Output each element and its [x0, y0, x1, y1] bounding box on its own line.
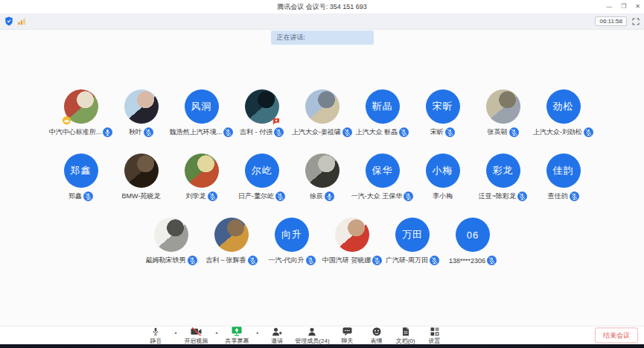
participant-name: 广汽研-周万田 — [386, 256, 428, 265]
caret-up-icon[interactable]: ▲ — [255, 330, 259, 335]
participant-avatar[interactable] — [305, 154, 339, 188]
participant-name: 李小梅 — [433, 192, 453, 201]
participant-name: 中汽中心标准所... — [49, 127, 102, 137]
participant-avatar[interactable]: 佳韵 — [546, 154, 581, 188]
participant-avatar[interactable]: 尔屹 — [245, 154, 279, 188]
participant-grid: 中汽中心标准所...秋叶风洞魏浩然上汽环境...吉利 - 付强上汽大众-姜祖啸靳… — [0, 30, 644, 265]
caret-up-icon[interactable]: ▲ — [214, 330, 218, 335]
minimize-button[interactable]: — — [606, 4, 612, 10]
participant-avatar[interactable] — [335, 218, 369, 252]
caret-up-icon[interactable]: ▲ — [173, 330, 177, 335]
participant-avatar[interactable] — [245, 89, 279, 124]
end-meeting-button[interactable]: 结束会议 — [595, 328, 638, 344]
mic-muted-icon — [399, 127, 409, 137]
avatar-initials: 彩龙 — [493, 164, 514, 177]
participant-name-row: 张英朝 — [488, 127, 519, 137]
toolbar-share-screen-button[interactable]: 共享屏幕 — [225, 327, 249, 345]
fullscreen-button[interactable] — [632, 18, 640, 25]
participant-name-row: 上汽大众-姜祖啸 — [292, 127, 352, 137]
participant-name-row: 宋昕 — [430, 127, 455, 137]
participant-avatar[interactable] — [214, 218, 249, 252]
maximize-button[interactable]: ❐ — [621, 4, 626, 10]
toolbar-settings-button[interactable]: 设置 — [424, 327, 446, 345]
participant-row: 中汽中心标准所...秋叶风洞魏浩然上汽环境...吉利 - 付强上汽大众-姜祖啸靳… — [51, 89, 593, 137]
participant-row: 戴姆勒宋轶男吉利～张辉香向升一汽-代向升中国汽研 贺晓娜万田广汽研-周万田061… — [141, 218, 503, 265]
participant-avatar[interactable] — [124, 154, 159, 188]
participant-tile: 06138****2306 — [443, 218, 503, 265]
close-button[interactable]: ✕ — [635, 4, 640, 10]
chat-icon — [342, 327, 352, 336]
participant-name-row: 一汽-大众 王保华 — [351, 192, 414, 201]
participant-avatar[interactable] — [185, 154, 219, 188]
participant-tile: BMW-苑晓龙 — [111, 154, 171, 201]
participant-avatar[interactable]: 万田 — [395, 218, 430, 252]
participant-name-row: 吉利 - 付强 — [240, 127, 284, 137]
participant-name: 吉利～张辉香 — [206, 256, 246, 265]
participant-name: 一汽-代向升 — [269, 256, 305, 265]
shield-icon[interactable] — [4, 16, 13, 26]
mic-icon — [152, 327, 159, 336]
toolbar-invite-button[interactable]: 邀请 — [266, 327, 288, 345]
participant-name: 郑鑫 — [68, 192, 82, 201]
participant-avatar[interactable] — [64, 89, 98, 124]
participant-avatar[interactable]: 06 — [456, 218, 490, 252]
participant-avatar[interactable]: 劲松 — [546, 89, 581, 124]
toolbar-emoji-button[interactable]: 表情 — [366, 327, 388, 345]
participant-avatar[interactable] — [154, 218, 188, 252]
participant-name-row: 李小梅 — [433, 192, 453, 201]
document-icon — [402, 327, 409, 336]
toolbar-docs-button[interactable]: 文档(0) — [395, 327, 417, 345]
participant-name: 中国汽研 贺晓娜 — [322, 256, 372, 265]
participant-name: 吉利 - 付强 — [240, 127, 272, 137]
network-signal-icon[interactable] — [17, 17, 26, 25]
mic-muted-icon — [274, 127, 284, 137]
avatar-initials: 小梅 — [433, 164, 453, 177]
participant-avatar[interactable]: 宋昕 — [426, 89, 460, 124]
mic-muted-icon — [306, 256, 316, 265]
participant-name-row: 郑鑫 — [68, 192, 93, 201]
participant-avatar[interactable]: 保华 — [366, 154, 400, 188]
toolbar-members-button[interactable]: 管理成员(24) — [295, 327, 329, 345]
participant-name-row: 刘学龙 — [186, 192, 217, 201]
participant-tile: 吉利 - 付强 — [232, 89, 292, 137]
toolbar: 静音▲开启视频▲共享屏幕▲邀请管理成员(24)聊天表情文档(0)设置 结束会议 — [0, 326, 644, 344]
window-titlebar: 腾讯会议 会议号: 354 151 693 — ❐ ✕ — [0, 0, 644, 13]
participant-avatar[interactable]: 风洞 — [185, 89, 219, 124]
participant-name-row: 一汽-代向升 — [269, 256, 316, 265]
avatar-initials: 06 — [467, 230, 479, 241]
participant-tile: 万田广汽研-周万田 — [383, 218, 443, 265]
invite-icon — [272, 327, 282, 336]
toolbar-mute-button[interactable]: 静音 — [144, 327, 167, 345]
participant-avatar[interactable]: 小梅 — [426, 154, 460, 188]
participant-name-row: 中汽中心标准所... — [49, 127, 113, 137]
participant-avatar[interactable]: 郑鑫 — [64, 154, 98, 188]
participant-name: 徐辰 — [310, 192, 323, 201]
expand-icon — [632, 18, 640, 25]
avatar-initials: 保华 — [372, 164, 393, 177]
participant-avatar[interactable]: 靳晶 — [366, 89, 400, 124]
avatar-flag-icon — [272, 116, 280, 124]
participant-avatar[interactable] — [124, 89, 159, 124]
toolbar-camera-button[interactable]: 开启视频 — [184, 327, 208, 345]
toolbar-chat-button[interactable]: 聊天 — [337, 327, 359, 345]
participant-name-row: 徐辰 — [310, 192, 334, 201]
participant-tile: 戴姆勒宋轶男 — [141, 218, 202, 265]
participant-avatar[interactable]: 彩龙 — [486, 154, 520, 188]
participant-avatar[interactable] — [305, 89, 339, 124]
mic-muted-icon — [509, 127, 519, 137]
participant-name: 一汽-大众 王保华 — [351, 192, 403, 201]
participant-avatar[interactable] — [486, 89, 520, 124]
mic-muted-icon — [188, 256, 197, 265]
participant-avatar[interactable]: 向升 — [275, 218, 309, 252]
camera-off-icon — [191, 327, 202, 336]
participant-name-row: 戴姆勒宋轶男 — [146, 256, 197, 265]
participant-name-row: 上汽大众 靳晶 — [356, 127, 409, 137]
participant-name-row: 中国汽研 贺晓娜 — [322, 256, 383, 265]
avatar-initials: 佳韵 — [553, 164, 574, 177]
taskbar-edge — [0, 344, 644, 348]
members-icon — [307, 327, 316, 336]
participant-tile: 吉利～张辉香 — [202, 218, 262, 265]
participant-tile: 向升一汽-代向升 — [262, 218, 322, 265]
participant-name-row: BMW-苑晓龙 — [122, 192, 161, 201]
participant-tile: 尔屹日产-董尔屹 — [232, 154, 292, 201]
